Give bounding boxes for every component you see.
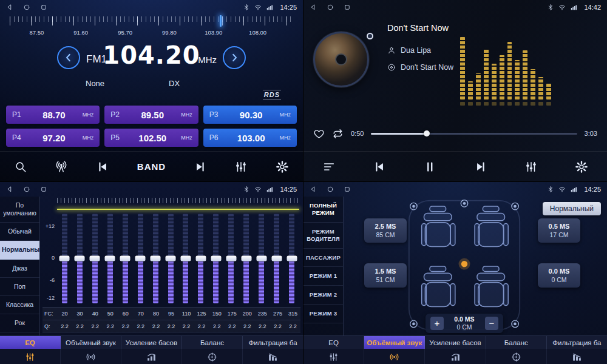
- listening-mode-item[interactable]: ПАССАЖИР: [304, 249, 343, 268]
- delay-front-right[interactable]: 0.5 MS 17 CM: [538, 218, 580, 243]
- eq-band-slider[interactable]: [178, 214, 194, 303]
- eq-preset-item[interactable]: Классика: [0, 296, 39, 314]
- eq-band-slider[interactable]: [223, 214, 239, 303]
- next-station-icon[interactable]: [194, 160, 207, 174]
- sound-profile-button[interactable]: Нормальный: [543, 202, 601, 215]
- preset-p5[interactable]: P5102.50MHz: [104, 129, 198, 147]
- balance-tab-icon[interactable]: [182, 349, 243, 364]
- eq-slider-handle[interactable]: [59, 256, 70, 261]
- eq-slider-handle[interactable]: [166, 256, 176, 261]
- next-track-icon[interactable]: [474, 160, 487, 174]
- preset-p6[interactable]: P6103.00MHz: [203, 129, 297, 147]
- bass-tab-icon[interactable]: [121, 349, 182, 364]
- home-icon[interactable]: [23, 186, 30, 193]
- seek-knob[interactable]: [424, 130, 430, 136]
- eq-preset-item[interactable]: Джаз: [0, 260, 39, 278]
- eq-band-slider[interactable]: [148, 214, 163, 303]
- scan-icon[interactable]: [14, 160, 27, 174]
- home-icon[interactable]: [23, 4, 30, 11]
- sliders-tab-icon[interactable]: [304, 349, 364, 364]
- tab-surround[interactable]: Объёмный звук: [364, 336, 425, 349]
- delay-front-left[interactable]: 2.5 MS 85 CM: [364, 218, 407, 243]
- listening-mode-item[interactable]: РЕЖИМ 3: [304, 305, 343, 323]
- band-button[interactable]: BAND: [137, 161, 166, 172]
- home-icon[interactable]: [327, 186, 334, 193]
- eq-band-slider[interactable]: [208, 214, 223, 303]
- back-icon[interactable]: [6, 4, 13, 11]
- tab-eq[interactable]: EQ: [304, 336, 364, 349]
- tab-balance[interactable]: Баланс: [486, 336, 547, 349]
- tab-surround[interactable]: Объёмный звук: [61, 336, 121, 349]
- recents-icon[interactable]: [40, 4, 47, 11]
- tab-filter[interactable]: Фильтрация ба: [547, 336, 607, 349]
- eq-slider-handle[interactable]: [75, 256, 85, 261]
- listening-mode-item[interactable]: ПОЛНЫЙ РЕЖИМ: [304, 197, 343, 223]
- tab-eq[interactable]: EQ: [0, 336, 61, 349]
- broadcast-icon[interactable]: [55, 160, 68, 174]
- previous-station-icon[interactable]: [96, 160, 109, 174]
- eq-band-slider[interactable]: [72, 214, 87, 303]
- settings-icon[interactable]: [276, 160, 289, 174]
- tune-up-button[interactable]: [223, 46, 246, 69]
- eq-band-slider[interactable]: [254, 214, 269, 303]
- home-icon[interactable]: [327, 4, 334, 11]
- eq-band-slider[interactable]: [269, 214, 284, 303]
- eq-slider-handle[interactable]: [180, 256, 191, 261]
- listening-mode-item[interactable]: РЕЖИМ 1: [304, 267, 343, 286]
- playlist-icon[interactable]: [322, 160, 336, 174]
- eq-slider-handle[interactable]: [226, 256, 236, 261]
- tab-balance[interactable]: Баланс: [182, 336, 243, 349]
- filter-tab-icon[interactable]: [547, 349, 607, 364]
- eq-slider-handle[interactable]: [211, 256, 221, 261]
- favorite-icon[interactable]: [313, 128, 325, 140]
- previous-track-icon[interactable]: [373, 160, 386, 174]
- increase-delay-button[interactable]: +: [430, 317, 444, 330]
- preset-p4[interactable]: P497.20MHz: [6, 129, 100, 147]
- surround-tab-icon[interactable]: [61, 349, 121, 364]
- eq-band-slider[interactable]: [193, 214, 208, 303]
- delay-rear-right[interactable]: 0.0 MS 0 CM: [538, 263, 580, 288]
- eq-slider-handle[interactable]: [105, 256, 115, 261]
- back-icon[interactable]: [6, 186, 13, 193]
- tune-down-button[interactable]: [57, 46, 80, 69]
- equalizer-icon[interactable]: [524, 160, 538, 174]
- eq-slider-handle[interactable]: [90, 256, 100, 261]
- eq-slider-handle[interactable]: [241, 256, 251, 261]
- surround-tab-icon[interactable]: [364, 349, 425, 364]
- back-icon[interactable]: [310, 186, 317, 193]
- back-icon[interactable]: [310, 4, 317, 11]
- listening-mode-item[interactable]: РЕЖИМ ВОДИТЕЛЯ: [304, 223, 343, 249]
- eq-band-slider[interactable]: [133, 214, 148, 303]
- tab-filter[interactable]: Фильтрация ба: [243, 336, 303, 349]
- eq-slider-handle[interactable]: [271, 256, 282, 261]
- eq-band-slider[interactable]: [118, 214, 133, 303]
- eq-preset-item[interactable]: Рок: [0, 314, 39, 332]
- balance-tab-icon[interactable]: [486, 349, 547, 364]
- settings-icon[interactable]: [575, 160, 588, 174]
- eq-slider-handle[interactable]: [135, 256, 146, 261]
- eq-slider-handle[interactable]: [287, 256, 297, 261]
- eq-band-slider[interactable]: [103, 214, 118, 303]
- preset-p1[interactable]: P188.70MHz: [6, 106, 100, 124]
- eq-preset-item[interactable]: Обычай: [0, 223, 39, 241]
- delay-rear-left[interactable]: 1.5 MS 51 CM: [364, 263, 407, 288]
- eq-slider-handle[interactable]: [195, 256, 206, 261]
- tab-bass-boost[interactable]: Усиление басов: [121, 336, 182, 349]
- eq-slider-handle[interactable]: [256, 256, 266, 261]
- eq-preset-item[interactable]: По умолчанию: [0, 197, 39, 223]
- filter-tab-icon[interactable]: [243, 349, 303, 364]
- eq-preset-item[interactable]: Нормальный: [0, 241, 39, 259]
- seek-bar[interactable]: [371, 133, 577, 135]
- repeat-icon[interactable]: [332, 128, 344, 140]
- preset-p3[interactable]: P390.30MHz: [203, 106, 297, 124]
- decrease-delay-button[interactable]: −: [485, 317, 498, 330]
- eq-slider-handle[interactable]: [120, 256, 131, 261]
- eq-slider-handle[interactable]: [151, 256, 161, 261]
- eq-band-slider[interactable]: [239, 214, 254, 303]
- sliders-tab-icon[interactable]: [0, 349, 61, 364]
- recents-icon[interactable]: [40, 186, 47, 193]
- tab-bass-boost[interactable]: Усиление басов: [425, 336, 486, 349]
- eq-band-slider[interactable]: [163, 214, 178, 303]
- eq-band-slider[interactable]: [284, 214, 299, 303]
- recents-icon[interactable]: [344, 4, 351, 11]
